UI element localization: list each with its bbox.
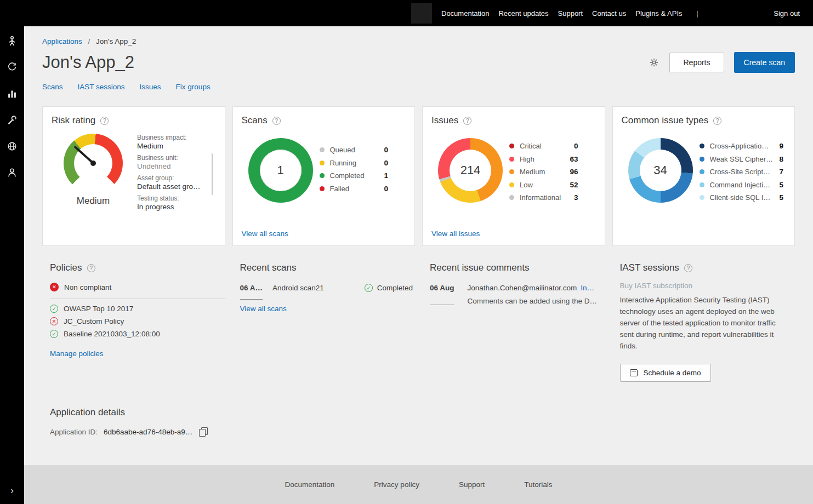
- scans-donut-chart: 1: [248, 138, 313, 203]
- recent-scan-row[interactable]: 06 A… Android scan21 ✓ Completed: [240, 284, 416, 300]
- issues-title: Issues: [431, 115, 458, 126]
- iast-help-icon[interactable]: ?: [684, 264, 692, 272]
- legend-item: Medium 96: [509, 165, 578, 179]
- comment-row: 06 Aug Jonathan.Cohen@mailinator.comIn… …: [430, 284, 605, 305]
- view-all-scans-link-2[interactable]: View all scans: [240, 305, 287, 313]
- legend-item: Failed 0: [320, 182, 389, 196]
- field-label: Business impact:: [137, 134, 216, 141]
- reports-button[interactable]: Reports: [669, 53, 724, 72]
- policy-item: ✕ JC_Custom Policy: [50, 317, 225, 325]
- footer-privacy-policy-link[interactable]: Privacy policy: [374, 480, 419, 489]
- copy-icon[interactable]: [199, 427, 208, 437]
- tab-fix-groups[interactable]: Fix groups: [176, 83, 211, 91]
- scans-help-icon[interactable]: ?: [272, 117, 281, 125]
- field-value: In progress: [137, 203, 216, 211]
- scans-icon[interactable]: [6, 61, 18, 73]
- common-issue-types-card: Common issue types ? 34 Cross-Applicatio…: [612, 106, 795, 246]
- legend-item: Cross-Applicatio… 9: [700, 140, 784, 153]
- compliance-status: Non compliant: [64, 283, 111, 291]
- legend-dot: [509, 182, 514, 187]
- nav-support[interactable]: Support: [558, 9, 583, 18]
- issues-total: 214: [460, 163, 481, 177]
- app-tabs: Scans IAST sessions Issues Fix groups: [42, 83, 795, 91]
- create-scan-button[interactable]: Create scan: [734, 52, 795, 73]
- risk-gauge-chart: [64, 134, 123, 193]
- policies-help-icon[interactable]: ?: [87, 264, 95, 272]
- user-icon[interactable]: [6, 167, 18, 179]
- breadcrumb-separator: /: [88, 37, 90, 45]
- field-value: Medium: [137, 142, 216, 150]
- legend-dot: [700, 144, 704, 148]
- common-issues-legend: Cross-Applicatio… 9 Weak SSL Cipher… 8 C…: [700, 130, 786, 204]
- app-logo: [411, 3, 432, 24]
- view-all-scans-link[interactable]: View all scans: [242, 230, 288, 238]
- legend-item: Client-side SQL I… 5: [700, 191, 784, 204]
- breadcrumb-applications-link[interactable]: Applications: [42, 37, 82, 45]
- nav-plugins-apis[interactable]: Plugins & APIs: [635, 9, 682, 18]
- footer-support-link[interactable]: Support: [459, 480, 485, 489]
- recent-scans-section: Recent scans 06 A… Android scan21 ✓ Comp…: [232, 262, 416, 382]
- tab-issues[interactable]: Issues: [140, 83, 161, 91]
- scrollbar-thumb[interactable]: [212, 153, 213, 195]
- non-compliant-icon: ✕: [50, 283, 59, 291]
- common-issues-total: 34: [653, 163, 667, 177]
- footer: Documentation Privacy policy Support Tut…: [24, 465, 813, 504]
- scans-card: Scans ? 1 Queued 0: [232, 106, 416, 246]
- legend-item: Queued 0: [320, 144, 389, 157]
- comment-author: Jonathan.Cohen@mailinator.com: [468, 284, 577, 292]
- settings-gear-icon[interactable]: [649, 57, 660, 68]
- expand-sidebar-chevron[interactable]: ›: [0, 485, 24, 496]
- legend-item: Running 0: [320, 157, 389, 170]
- tools-wrench-icon[interactable]: [6, 114, 18, 126]
- tab-scans[interactable]: Scans: [42, 83, 63, 91]
- issues-donut-chart: 214: [438, 138, 503, 203]
- scans-title: Scans: [242, 115, 268, 126]
- tab-iast-sessions[interactable]: IAST sessions: [78, 83, 125, 91]
- policy-fail-icon: ✕: [50, 317, 58, 325]
- common-issue-types-help-icon[interactable]: ?: [713, 117, 721, 125]
- application-details-section: Application details Application ID: 6db6…: [42, 407, 795, 437]
- policy-item: ✓ OWASP Top 10 2017: [50, 305, 225, 313]
- legend-dot: [509, 195, 514, 200]
- view-all-issues-link[interactable]: View all issues: [431, 230, 480, 238]
- application-id-value: 6db6aabe-ad76-48eb-a9…: [104, 428, 192, 436]
- nav-contact-us[interactable]: Contact us: [592, 9, 626, 18]
- comment-date: 06 Aug: [430, 284, 454, 305]
- recent-comments-title: Recent issue comments: [430, 262, 529, 273]
- policy-item: ✓ Baseline 20210303_12:08:00: [50, 330, 225, 338]
- sign-out-link[interactable]: Sign out: [774, 9, 800, 18]
- legend-item: High 63: [509, 153, 578, 166]
- legend-item: Completed 1: [320, 169, 389, 182]
- legend-dot: [509, 144, 514, 148]
- field-label: Testing status:: [137, 194, 216, 202]
- topbar-divider: |: [697, 9, 698, 18]
- application-details-title: Application details: [50, 407, 795, 418]
- iast-sessions-section: IAST sessions ? Buy IAST subscription In…: [612, 262, 795, 382]
- nav-documentation[interactable]: Documentation: [441, 9, 489, 18]
- schedule-demo-button[interactable]: Schedule a demo: [620, 364, 711, 382]
- policies-title: Policies: [50, 262, 82, 273]
- manage-policies-link[interactable]: Manage policies: [50, 350, 104, 358]
- legend-dot: [320, 161, 325, 165]
- footer-documentation-link[interactable]: Documentation: [285, 480, 335, 489]
- iast-description: Interactive Application Security Testing…: [620, 295, 791, 352]
- risk-rating-title: Risk rating: [52, 115, 95, 126]
- risk-rating-help-icon[interactable]: ?: [100, 117, 109, 125]
- legend-dot: [509, 169, 514, 174]
- legend-dot: [320, 173, 325, 178]
- reports-chart-icon[interactable]: [6, 88, 18, 100]
- issues-legend: Critical 0 High 63 Medium 96: [509, 130, 596, 204]
- common-issue-types-title: Common issue types: [622, 115, 709, 126]
- completed-check-icon: ✓: [365, 284, 373, 292]
- policy-pass-icon: ✓: [50, 305, 58, 313]
- globe-icon[interactable]: [6, 140, 18, 152]
- legend-item: Informational 3: [509, 191, 578, 204]
- policies-section: Policies ? ✕ Non compliant ✓ OWASP Top 1…: [42, 262, 225, 382]
- issues-help-icon[interactable]: ?: [463, 117, 471, 125]
- comment-issue-link[interactable]: In…: [581, 284, 594, 292]
- applications-icon[interactable]: [6, 35, 18, 47]
- main-content: Applications / Jon's App_2 Jon's App_2 R…: [24, 0, 813, 437]
- footer-tutorials-link[interactable]: Tutorials: [524, 480, 552, 489]
- issues-card: Issues ? 214 Critical 0: [422, 106, 605, 246]
- nav-recent-updates[interactable]: Recent updates: [498, 9, 548, 18]
